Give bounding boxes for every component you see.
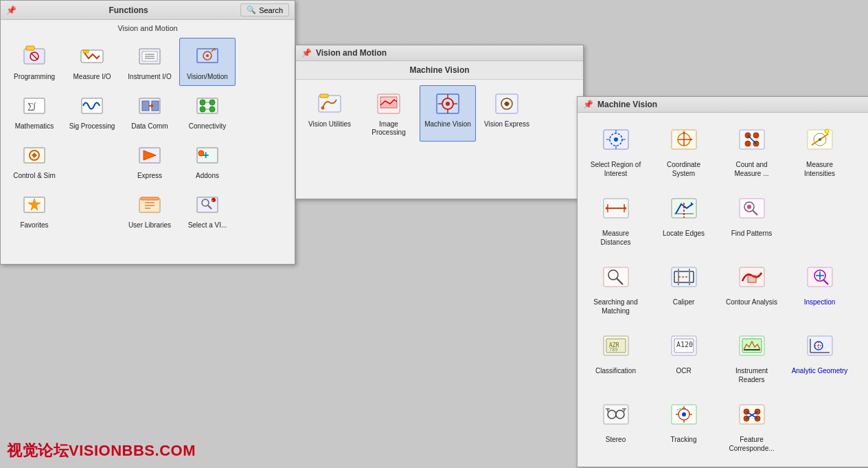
control-sim-label: Control & Sim (13, 172, 56, 180)
express-label: Express (137, 172, 162, 180)
instrument-readers-icon (737, 331, 767, 361)
mv-ocr[interactable]: A120 OCR (651, 324, 716, 390)
functions-item-vision-motion[interactable]: Vision/Motion (179, 38, 236, 86)
sig-processing-label: Sig Processing (69, 122, 115, 131)
mv-analytic-geometry[interactable]: Analytic Geometry (787, 324, 852, 390)
ocr-label: OCR (676, 366, 691, 375)
searching-matching-label: Searching and Matching (586, 298, 645, 315)
functions-item-connectivity[interactable]: Connectivity (179, 87, 236, 135)
vision-motion-panel-header: 📌 Vision and Motion (296, 45, 583, 61)
functions-item-express[interactable]: Express (122, 137, 178, 185)
svg-rect-1 (26, 46, 34, 50)
functions-item-instrument-io[interactable]: Instrument I/O (122, 38, 178, 86)
machine-vision-icon (434, 90, 461, 118)
functions-item-programming[interactable]: Programming (6, 38, 62, 86)
functions-item-user-libraries[interactable]: User Libraries (122, 186, 178, 234)
svg-text:789: 789 (609, 347, 618, 353)
mv-inspection[interactable]: Inspection (787, 256, 852, 322)
functions-icon-grid: Programming Measure I/O (1, 35, 295, 237)
tracking-label: Tracking (671, 435, 697, 444)
mv-contour-analysis[interactable]: Contour Analysis (719, 256, 784, 322)
select-roi-icon (601, 124, 631, 155)
caliper-icon (669, 262, 699, 292)
sig-processing-icon (78, 92, 106, 120)
machine-vision-item[interactable]: Machine Vision (420, 85, 476, 142)
tracking-icon (669, 399, 699, 430)
locate-edges-label: Locate Edges (663, 229, 705, 238)
vision-utilities-item[interactable]: Vision Utilities (301, 85, 358, 142)
classification-icon: AZR 789 (601, 331, 631, 361)
svg-rect-18 (142, 101, 149, 111)
addons-label: Addons (196, 172, 219, 180)
vision-motion-panel: 📌 Vision and Motion Machine Vision Visio… (295, 45, 584, 199)
mv-coordinate-system[interactable]: Coordinate System (651, 118, 716, 184)
measure-io-label: Measure I/O (73, 73, 111, 81)
functions-panel-title: Functions (108, 5, 148, 15)
mv-measure-intensities[interactable]: Measure Intensities (787, 118, 852, 184)
svg-point-13 (206, 54, 209, 57)
mv-stereo[interactable]: Stereo (583, 393, 648, 459)
svg-text:+: + (212, 198, 214, 202)
functions-item-measure-io[interactable]: Measure I/O (64, 38, 120, 86)
svg-point-67 (614, 137, 618, 142)
functions-item-favorites[interactable]: Favorites (6, 186, 62, 234)
vision-express-item[interactable]: Vision Express (479, 85, 535, 142)
contour-analysis-icon (737, 262, 767, 292)
inspection-label: Inspection (804, 298, 836, 307)
functions-item-control-sim[interactable]: Control & Sim (6, 137, 62, 185)
functions-item-addons[interactable]: + Addons (179, 137, 236, 185)
analytic-geometry-icon (805, 331, 835, 361)
feature-correspond-label: Feature Corresponde... (722, 435, 781, 453)
vision-motion-header-icon: 📌 (301, 48, 312, 58)
svg-point-24 (209, 100, 215, 105)
addons-icon: + (194, 142, 221, 169)
image-processing-icon (375, 90, 402, 118)
search-button[interactable]: 🔍 Search (240, 3, 289, 16)
data-comm-label: Data Comm (131, 122, 168, 131)
mv-measure-distances[interactable]: Measure Distances (583, 187, 648, 253)
instrument-io-icon (136, 43, 163, 70)
functions-item-sig-processing[interactable]: Sig Processing (64, 87, 120, 135)
mv-find-patterns[interactable]: Find Patterns (719, 187, 784, 253)
mv-locate-edges[interactable]: Locate Edges (651, 187, 716, 253)
functions-panel-header: 📌 Functions 🔍 Search (1, 1, 295, 20)
svg-point-23 (200, 100, 205, 105)
count-measure-icon (737, 124, 767, 155)
mv-count-measure[interactable]: Count and Measure ... (719, 118, 784, 184)
svg-rect-50 (319, 96, 341, 112)
find-patterns-label: Find Patterns (731, 229, 772, 238)
mathematics-icon: ∑∫ (21, 92, 48, 120)
mv-tracking[interactable]: Tracking (651, 393, 716, 459)
favorites-icon (21, 191, 48, 219)
svg-point-83 (819, 138, 821, 141)
functions-item-data-comm[interactable]: Data Comm (122, 87, 178, 135)
user-libraries-label: User Libraries (128, 221, 171, 230)
svg-rect-5 (83, 50, 89, 53)
functions-item-select-vi[interactable]: + Select a VI... (179, 186, 236, 234)
svg-rect-144 (740, 405, 764, 424)
svg-point-37 (198, 151, 204, 156)
mv-searching-matching[interactable]: Searching and Matching (583, 256, 648, 322)
mv-feature-correspond[interactable]: Feature Corresponde... (719, 393, 784, 459)
ocr-icon: A120 (669, 331, 699, 361)
svg-point-76 (753, 133, 759, 138)
machine-vision-grid: Select Region of Interest Coordinate Sys… (578, 113, 868, 465)
mv-classification[interactable]: AZR 789 Classification (583, 324, 648, 390)
programming-label: Programming (14, 73, 55, 81)
connectivity-icon (194, 92, 221, 120)
mv-instrument-readers[interactable]: Instrument Readers (719, 324, 784, 390)
vision-motion-icon (194, 43, 221, 70)
functions-item-mathematics[interactable]: ∑∫ Mathematics (6, 87, 62, 135)
connectivity-label: Connectivity (189, 122, 226, 131)
functions-panel: 📌 Functions 🔍 Search Vision and Motion P… (0, 0, 295, 265)
svg-point-77 (745, 141, 751, 146)
mv-select-roi[interactable]: Select Region of Interest (583, 118, 648, 184)
find-patterns-icon (737, 193, 767, 223)
analytic-geometry-label: Analytic Geometry (792, 366, 848, 375)
search-icon: 🔍 (247, 5, 256, 14)
locate-edges-icon (669, 193, 699, 223)
svg-rect-52 (320, 94, 328, 98)
express-icon (136, 142, 163, 169)
mv-caliper[interactable]: Caliper (651, 256, 716, 322)
image-processing-item[interactable]: Image Processing (361, 85, 417, 142)
